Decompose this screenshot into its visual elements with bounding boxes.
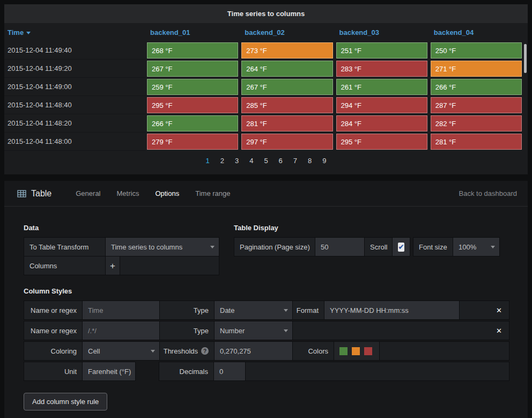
thresholds-label: Thresholds	[159, 341, 215, 361]
value-cell: 295 °F	[335, 133, 430, 151]
column-header[interactable]: backend_01	[146, 23, 240, 41]
value-cell: 281 °F	[430, 133, 524, 151]
add-column-style-rule-button[interactable]: Add column style rule	[24, 393, 107, 410]
pagination-size-label: Pagination (Page size)	[234, 237, 315, 256]
colored-cell: 294 °F	[336, 97, 427, 113]
page-button[interactable]: 5	[258, 156, 273, 166]
value-cell: 294 °F	[335, 96, 430, 114]
chevron-down-icon	[284, 329, 288, 332]
remove-style-icon[interactable]	[496, 306, 502, 314]
font-size-select-value: 100%	[459, 243, 476, 251]
table-panel: Time series to columns Time backend_01ba…	[4, 4, 528, 174]
page-button[interactable]: 4	[244, 156, 258, 166]
thresholds-input[interactable]	[214, 341, 293, 361]
value-cell: 285 °F	[240, 96, 335, 114]
value-cell: 250 °F	[430, 41, 524, 60]
coloring-select[interactable]: Cell	[82, 341, 160, 361]
scroll-checkbox[interactable]	[398, 243, 404, 252]
font-size-select[interactable]: 100%	[453, 237, 500, 256]
columns-label: Columns	[24, 256, 106, 275]
rule-row-filler	[379, 341, 509, 361]
name-or-regex-input[interactable]	[82, 321, 160, 340]
table-panel-icon	[17, 190, 26, 197]
to-table-transform-label: To Table Transform	[24, 237, 106, 256]
name-or-regex-label: Name or regex	[24, 321, 83, 340]
type-label: Type	[159, 321, 215, 340]
time-cell: 2015-12-04 11:49:40	[4, 41, 146, 60]
value-cell: 283 °F	[335, 60, 430, 78]
table-scrollbar[interactable]	[524, 44, 527, 73]
date-format-input[interactable]	[324, 300, 460, 320]
page-button[interactable]: 6	[274, 156, 288, 166]
column-header-time[interactable]: Time	[4, 23, 146, 41]
value-cell: 282 °F	[430, 114, 524, 133]
rule-row-filler	[459, 300, 509, 320]
threshold-color-swatch[interactable]	[339, 347, 348, 355]
type-select-value: Date	[220, 306, 234, 314]
panel-type-label: Table	[31, 189, 51, 199]
column-header[interactable]: backend_03	[335, 23, 430, 41]
page-button[interactable]: 7	[288, 156, 302, 166]
transform-select[interactable]: Time series to columns	[105, 237, 219, 256]
remove-style-icon[interactable]	[496, 327, 502, 335]
chevron-down-icon	[491, 246, 495, 248]
value-cell: 273 °F	[240, 41, 335, 60]
page-button[interactable]: 8	[302, 156, 317, 166]
value-cell: 287 °F	[430, 96, 524, 114]
colored-cell: 271 °F	[431, 61, 522, 77]
time-cell: 2015-12-04 11:48:00	[4, 133, 146, 151]
spacer	[135, 362, 159, 381]
decimals-input[interactable]	[213, 362, 246, 381]
value-cell: 279 °F	[146, 133, 240, 151]
page-button[interactable]: 3	[230, 156, 244, 166]
tab-options[interactable]: Options	[147, 185, 187, 202]
colored-cell: 295 °F	[336, 134, 427, 150]
unit-select[interactable]: Farenheit (°F)	[82, 362, 136, 381]
type-select[interactable]: Number	[214, 321, 293, 340]
colored-cell: 287 °F	[431, 97, 522, 113]
value-cell: 271 °F	[430, 60, 524, 78]
colored-cell: 267 °F	[147, 61, 238, 77]
table-body: 2015-12-04 11:49:40268 °F273 °F251 °F250…	[4, 41, 524, 151]
tab-time-range[interactable]: Time range	[187, 185, 238, 202]
data-section-heading: Data	[24, 224, 219, 232]
threshold-color-swatch[interactable]	[364, 347, 372, 355]
back-to-dashboard-link[interactable]: Back to dashboard	[459, 189, 517, 197]
pagination-size-input[interactable]	[315, 237, 365, 256]
panel-title[interactable]: Time series to columns	[4, 4, 528, 23]
colored-cell: 282 °F	[431, 115, 522, 131]
page-button[interactable]: 2	[215, 156, 230, 166]
column-style-rule-row: Name or regex Type Number	[24, 321, 509, 340]
name-or-regex-input[interactable]	[82, 300, 160, 320]
threshold-color-swatch[interactable]	[352, 347, 360, 355]
sort-caret-icon	[26, 32, 31, 34]
value-cell: 266 °F	[146, 114, 240, 133]
rule-row-filler	[292, 321, 509, 340]
value-cell: 264 °F	[240, 60, 335, 78]
table-row: 2015-12-04 11:48:00279 °F297 °F295 °F281…	[4, 133, 524, 151]
tab-general[interactable]: General	[68, 185, 108, 202]
panel-editor: Table GeneralMetricsOptionsTime range Ba…	[4, 181, 528, 418]
column-header[interactable]: backend_02	[240, 23, 335, 41]
threshold-swatches	[334, 341, 380, 361]
colored-cell: 285 °F	[241, 97, 332, 113]
type-select[interactable]: Date	[214, 300, 293, 320]
colored-cell: 273 °F	[241, 42, 332, 58]
help-icon[interactable]	[201, 347, 209, 355]
tab-metrics[interactable]: Metrics	[109, 185, 147, 202]
colored-cell: 259 °F	[147, 79, 238, 95]
columns-filler	[120, 256, 219, 275]
colored-cell: 266 °F	[431, 79, 522, 95]
data-section: Data To Table Transform Time series to c…	[24, 215, 219, 275]
column-styles-heading: Column Styles	[24, 287, 509, 295]
add-column-button[interactable]	[105, 256, 120, 275]
plus-icon	[110, 261, 115, 270]
page-button[interactable]: 1	[200, 156, 215, 166]
pagination: 123456789	[4, 151, 528, 172]
coloring-select-value: Cell	[88, 347, 100, 355]
transform-select-value: Time series to columns	[111, 243, 182, 251]
column-header[interactable]: backend_04	[430, 23, 524, 41]
page-button[interactable]: 9	[317, 156, 331, 166]
time-cell: 2015-12-04 11:49:00	[4, 78, 146, 96]
colored-cell: 264 °F	[241, 61, 332, 77]
